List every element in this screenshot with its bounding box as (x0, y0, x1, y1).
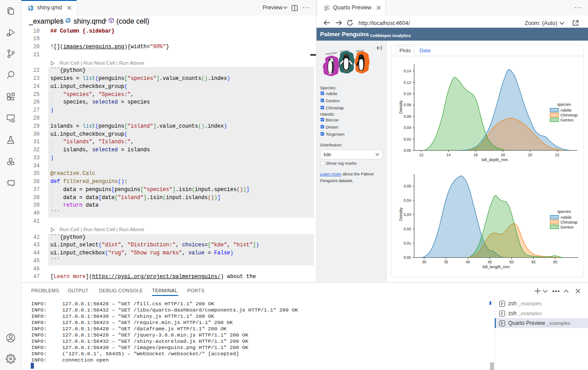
svg-text:Density: Density (399, 100, 403, 114)
svg-text:0.08: 0.08 (403, 103, 411, 107)
svg-text:60: 60 (553, 260, 558, 264)
svg-text:22: 22 (555, 153, 559, 157)
svg-text:50: 50 (510, 260, 514, 264)
svg-text:45: 45 (488, 260, 492, 264)
svg-text:12: 12 (419, 153, 424, 157)
svg-text:0.14: 0.14 (403, 69, 411, 73)
svg-text:Chinstrap: Chinstrap (560, 220, 578, 224)
svg-text:0.02: 0.02 (403, 137, 411, 141)
svg-text:0.06: 0.06 (403, 114, 411, 119)
svg-text:0.05: 0.05 (403, 184, 411, 188)
svg-text:Density: Density (399, 207, 403, 221)
svg-text:55: 55 (531, 260, 536, 264)
svg-text:Chinstrap: Chinstrap (560, 113, 578, 117)
svg-text:18: 18 (501, 153, 505, 157)
svg-text:16: 16 (473, 153, 478, 157)
svg-text:40: 40 (466, 260, 470, 264)
svg-text:species: species (557, 209, 571, 214)
svg-text:bill_length_mm: bill_length_mm (483, 265, 510, 269)
svg-text:20: 20 (528, 153, 532, 157)
svg-text:Gentoo: Gentoo (560, 118, 574, 122)
svg-text:14: 14 (446, 153, 451, 157)
svg-text:0.04: 0.04 (403, 125, 411, 130)
svg-text:species: species (557, 102, 571, 107)
svg-text:0.03: 0.03 (403, 212, 411, 217)
svg-text:0.00: 0.00 (403, 148, 411, 153)
svg-text:CHINSTRAP: CHINSTRAP (325, 52, 338, 55)
svg-text:0.04: 0.04 (403, 198, 411, 203)
svg-text:Gentoo: Gentoo (560, 225, 574, 229)
svg-text:Adelie: Adelie (560, 215, 572, 220)
svg-text:0.12: 0.12 (403, 80, 411, 85)
svg-text:Adelie: Adelie (560, 108, 572, 112)
svg-text:0.10: 0.10 (403, 91, 411, 96)
svg-text:35: 35 (444, 260, 448, 264)
svg-text:30: 30 (422, 260, 427, 264)
svg-text:bill_depth_mm: bill_depth_mm (482, 158, 508, 162)
svg-text:0.00: 0.00 (403, 255, 411, 260)
svg-text:0.01: 0.01 (403, 241, 411, 245)
svg-text:0.02: 0.02 (403, 227, 411, 231)
